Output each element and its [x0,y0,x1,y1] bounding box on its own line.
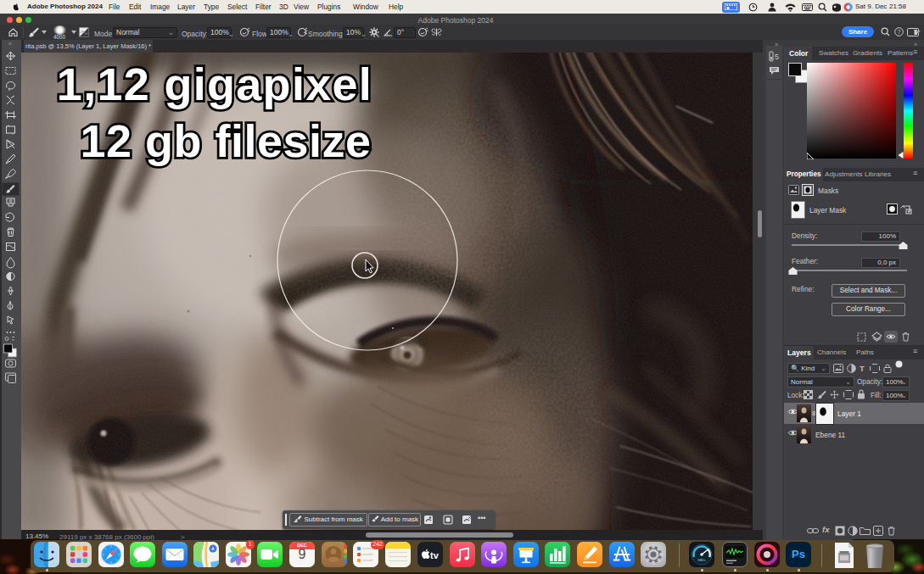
svg-text:tv: tv [430,550,440,560]
svg-text:12 gb filesize: 12 gb filesize [80,115,371,166]
svg-text:MB/s: MB/s [697,558,705,562]
svg-text:»: » [8,41,12,47]
svg-text:1,12 gigapixel: 1,12 gigapixel [57,59,372,109]
svg-text:?: ? [898,29,901,35]
svg-text:5: 5 [775,53,779,61]
